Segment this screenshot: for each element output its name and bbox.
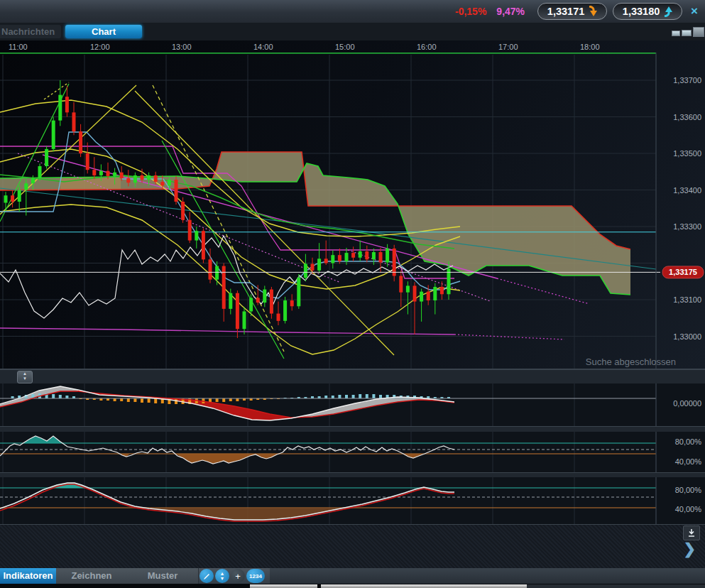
svg-text:40,00%: 40,00% [675,457,702,466]
range-percent: 9,47% [496,6,525,17]
minimize-icon[interactable] [672,31,680,36]
bottom-edge-strip [0,584,705,588]
svg-text:1,33500: 1,33500 [673,149,701,158]
digits-icon[interactable]: 1234 [246,569,265,583]
stochastic-slow-panel[interactable]: 80,00%40,00% [0,477,705,524]
buy-price-label: 1,33180 [623,6,660,17]
svg-text:1,33175: 1,33175 [669,268,697,276]
background-window-edge [250,584,317,588]
change-percent: -0,15% [455,6,486,17]
svg-text:13:00: 13:00 [172,43,192,51]
status-message: Suche abgeschlossen [586,356,676,367]
crosshair-icon[interactable]: + [231,569,245,583]
collapse-panels-button[interactable]: ▲▼ [17,371,33,383]
bottom-toolbar: Indikatoren Zeichnen Muster ▲▼ + 1234 [0,568,705,584]
svg-text:12:00: 12:00 [90,43,110,51]
stochastic-fast-panel[interactable]: 80,00%40,00% [0,432,705,472]
background-window-edge [527,584,705,588]
panel-separator: ▲▼ [0,369,705,385]
maximize-icon[interactable] [693,27,704,37]
restore-icon[interactable] [682,30,692,36]
svg-text:1,33700: 1,33700 [673,76,701,85]
tab-zeichnen[interactable]: Zeichnen [56,568,128,584]
bottom-spacer-area: ❯ [0,524,705,569]
svg-text:15:00: 15:00 [335,43,355,51]
arrow-down-icon [587,6,597,17]
svg-text:80,00%: 80,00% [675,437,702,446]
scale-arrows-icon[interactable]: ▲▼ [215,569,229,583]
tab-row: Nachrichten Chart [0,23,705,41]
main-price-chart[interactable]: 11:0012:0013:0014:0015:0016:0017:0018:00… [0,40,705,369]
arrow-up-icon [662,6,672,17]
titlebar: -0,15% 9,47% 1,33171 1,33180 × [0,0,705,23]
svg-text:11:00: 11:00 [9,43,28,51]
background-window-edge [321,584,527,588]
tab-nachrichten[interactable]: Nachrichten [0,25,61,38]
svg-text:1,33000: 1,33000 [673,332,701,341]
svg-text:1,33100: 1,33100 [673,295,701,304]
pencil-icon[interactable] [200,569,214,583]
svg-text:80,00%: 80,00% [675,486,702,494]
svg-text:40,00%: 40,00% [675,505,702,513]
macd-indicator-panel[interactable]: 0,00000 [0,383,705,426]
chevron-right-icon[interactable]: ❯ [683,540,696,557]
sell-price-button[interactable]: 1,33171 [537,3,607,20]
pencil-glyph [203,572,211,580]
svg-text:0,00000: 0,00000 [673,399,701,408]
svg-text:14:00: 14:00 [253,43,273,51]
svg-text:1,33300: 1,33300 [673,222,701,231]
toolbar-right-area [270,568,705,584]
tab-muster[interactable]: Muster [127,568,199,584]
svg-text:1,33400: 1,33400 [673,186,701,195]
svg-text:17:00: 17:00 [498,43,518,51]
sell-price-label: 1,33171 [547,6,584,17]
download-icon [687,528,696,538]
svg-text:16:00: 16:00 [417,43,437,51]
close-icon[interactable]: × [691,4,698,18]
trading-app-window: -0,15% 9,47% 1,33171 1,33180 × Nachricht… [0,0,705,588]
tab-indikatoren[interactable]: Indikatoren [0,568,57,584]
export-button[interactable] [683,526,700,540]
svg-text:18:00: 18:00 [580,43,600,51]
svg-text:1,33600: 1,33600 [673,113,701,121]
buy-price-button[interactable]: 1,33180 [613,3,682,20]
tab-chart[interactable]: Chart [65,25,142,38]
